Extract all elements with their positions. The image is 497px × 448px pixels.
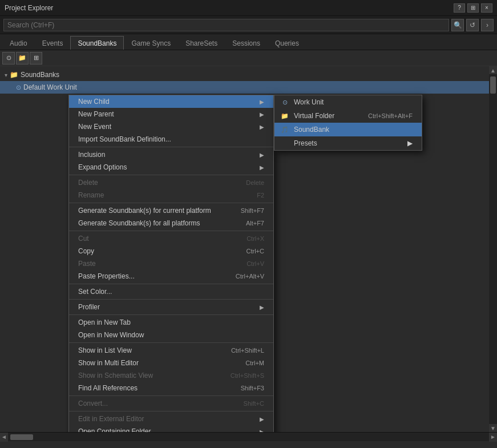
vertical-scrollbar[interactable]: ▲ ▼ (489, 66, 497, 432)
tree-item-workunit[interactable]: ⊙ Default Work Unit (0, 81, 497, 94)
ctx-open-folder[interactable]: Open Containing Folder ▶ (69, 425, 273, 432)
ctx-set-color[interactable]: Set Color... (69, 285, 273, 298)
toolbar: ⊙ 📁 ⊞ (0, 50, 497, 66)
tab-queries[interactable]: Queries (268, 36, 306, 50)
ctx-paste-shortcut: Ctrl+V (247, 260, 264, 267)
help-button[interactable]: ? (454, 3, 465, 13)
ctx-new-child[interactable]: New Child ▶ (69, 95, 273, 108)
toolbar-btn-1[interactable]: ⊙ (2, 52, 15, 64)
refresh-button[interactable]: ↺ (466, 19, 479, 31)
horizontal-scrollbar[interactable]: ◄ ► (0, 432, 497, 441)
ctx-delete-label: Delete (78, 179, 98, 187)
ctx-profiler[interactable]: Profiler ▶ (69, 301, 273, 313)
search-button[interactable]: 🔍 (451, 19, 464, 31)
tree-content: ▾ 📁 SoundBanks ⊙ Default Work Unit (0, 66, 497, 96)
ctx-expand-arrow: ▶ (260, 164, 264, 171)
ctx-show-schematic-shortcut: Ctrl+Shift+S (231, 372, 264, 379)
ctx-inclusion-arrow: ▶ (260, 152, 264, 158)
search-input[interactable] (3, 19, 449, 31)
ctx-show-list[interactable]: Show in List View Ctrl+Shift+L (69, 344, 273, 357)
ctx-copy[interactable]: Copy Ctrl+C (69, 245, 273, 257)
expand-arrow: ▾ (5, 72, 7, 78)
ctx-new-parent[interactable]: New Parent ▶ (69, 108, 273, 120)
ctx-inclusion[interactable]: Inclusion ▶ (69, 148, 273, 161)
ctx-find-refs[interactable]: Find All References Shift+F3 (69, 382, 273, 394)
separator-10 (69, 411, 273, 411)
ctx-paste-props-label: Paste Properties... (78, 272, 135, 280)
ctx-profiler-arrow: ▶ (260, 304, 264, 310)
sub-presets[interactable]: Presets ▶ (274, 136, 422, 150)
ctx-paste: Paste Ctrl+V (69, 257, 273, 270)
ctx-new-event[interactable]: New Event ▶ (69, 120, 273, 133)
toolbar-btn-2[interactable]: 📁 (16, 52, 29, 64)
sub-virtual-folder[interactable]: 📁 Virtual Folder Ctrl+Shift+Alt+F (274, 109, 422, 123)
scroll-left-arrow[interactable]: ◄ (0, 433, 8, 442)
tab-sharesets[interactable]: ShareSets (178, 36, 225, 50)
ctx-gen-current[interactable]: Generate Soundbank(s) for current platfo… (69, 204, 273, 217)
scroll-down-arrow[interactable]: ▼ (489, 424, 497, 432)
scroll-right-arrow[interactable]: ► (489, 433, 497, 442)
ctx-edit-external-label: Edit in External Editor (78, 415, 144, 423)
tab-soundbanks[interactable]: SoundBanks (70, 36, 124, 50)
ctx-import-soundbank[interactable]: Import SoundBank Definition... (69, 133, 273, 146)
ctx-open-tab-label: Open in New Tab (78, 318, 131, 326)
submenu-new-child: ⊙ Work Unit 📁 Virtual Folder Ctrl+Shift+… (274, 95, 422, 151)
tabs-bar: Audio Events SoundBanks Game Syncs Share… (0, 34, 497, 50)
ctx-gen-all[interactable]: Generate Soundbank(s) for all platforms … (69, 217, 273, 229)
more-button[interactable]: › (481, 19, 494, 31)
sub-virtual-folder-shortcut: Ctrl+Shift+Alt+F (368, 112, 413, 119)
ctx-show-schematic-label: Show in Schematic View (78, 372, 153, 380)
ctx-open-folder-label: Open Containing Folder (78, 427, 151, 432)
ctx-open-window[interactable]: Open in New Window (69, 329, 273, 341)
tab-audio[interactable]: Audio (2, 36, 35, 50)
ctx-show-multi[interactable]: Show in Multi Editor Ctrl+M (69, 357, 273, 369)
work-unit-icon: ⊙ (280, 99, 289, 106)
tree-area: ▾ 📁 SoundBanks ⊙ Default Work Unit New C… (0, 66, 497, 432)
sub-soundbank[interactable]: 🎵 SoundBank (274, 123, 422, 136)
scroll-thumb-vertical[interactable] (490, 76, 496, 94)
separator-5 (69, 284, 273, 284)
ctx-show-schematic: Show in Schematic View Ctrl+Shift+S (69, 369, 273, 382)
sub-soundbank-label: SoundBank (294, 126, 408, 134)
tab-events[interactable]: Events (35, 36, 71, 50)
workunit-icon: ⊙ (16, 84, 21, 91)
title-text: Project Explorer (5, 4, 53, 12)
ctx-copy-label: Copy (78, 247, 94, 255)
soundbank-icon: 🎵 (280, 126, 289, 134)
separator-4 (69, 231, 273, 231)
ctx-find-refs-shortcut: Shift+F3 (241, 385, 264, 392)
sub-virtual-folder-label: Virtual Folder (294, 112, 363, 120)
ctx-paste-props[interactable]: Paste Properties... Ctrl+Alt+V (69, 270, 273, 282)
separator-1 (69, 147, 273, 147)
tab-gamesyncs[interactable]: Game Syncs (124, 36, 178, 50)
ctx-gen-all-label: Generate Soundbank(s) for all platforms (78, 219, 200, 227)
separator-9 (69, 395, 273, 396)
search-bar: 🔍 ↺ › (0, 16, 497, 34)
sub-work-unit-label: Work Unit (294, 98, 408, 106)
separator-2 (69, 175, 273, 175)
ctx-new-child-arrow: ▶ (260, 99, 264, 105)
toolbar-btn-3[interactable]: ⊞ (30, 52, 42, 64)
tab-sessions[interactable]: Sessions (225, 36, 268, 50)
info-button[interactable]: ⊞ (467, 3, 479, 13)
ctx-rename: Rename F2 (69, 189, 273, 201)
scroll-up-arrow[interactable]: ▲ (489, 66, 497, 74)
ctx-rename-label: Rename (78, 191, 104, 199)
ctx-cut: Cut Ctrl+X (69, 232, 273, 245)
ctx-open-tab[interactable]: Open in New Tab (69, 316, 273, 329)
sub-work-unit[interactable]: ⊙ Work Unit (274, 95, 422, 109)
ctx-new-event-arrow: ▶ (260, 124, 264, 130)
ctx-new-child-label: New Child (78, 98, 110, 106)
close-button[interactable]: × (481, 3, 492, 13)
ctx-set-color-label: Set Color... (78, 288, 112, 296)
ctx-expand-options[interactable]: Expand Options ▶ (69, 161, 273, 173)
separator-3 (69, 203, 273, 203)
tree-item-workunit-label: Default Work Unit (23, 83, 77, 91)
ctx-convert-shortcut: Shift+C (244, 400, 264, 407)
ctx-open-window-label: Open in New Window (78, 331, 144, 339)
ctx-delete: Delete Delete (69, 176, 273, 189)
ctx-gen-all-shortcut: Alt+F7 (246, 220, 264, 227)
tree-item-soundbanks[interactable]: ▾ 📁 SoundBanks (0, 68, 497, 81)
scroll-thumb-horizontal[interactable] (10, 434, 33, 440)
virtual-folder-icon: 📁 (280, 112, 289, 120)
